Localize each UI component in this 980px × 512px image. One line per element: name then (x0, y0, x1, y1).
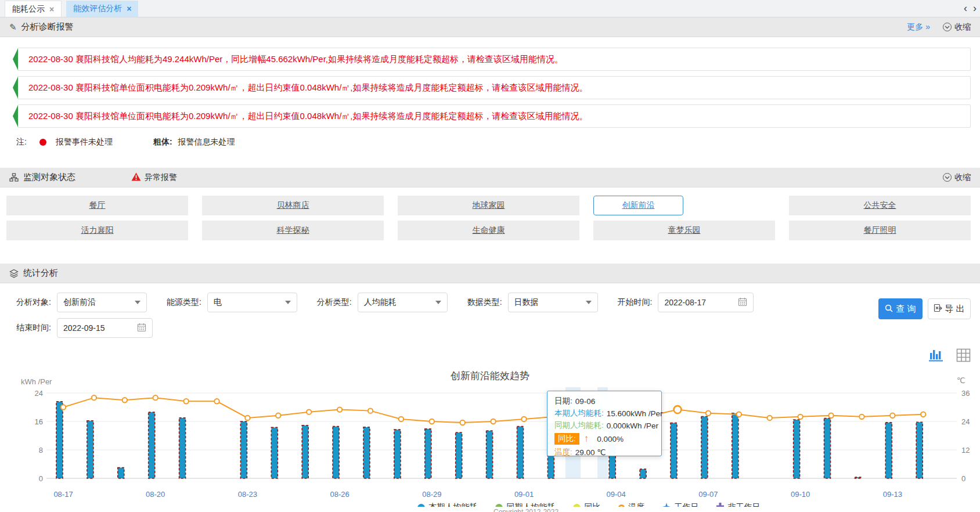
monitor-object-label: 科学探秘 (277, 225, 309, 236)
monitor-object-button[interactable]: 科学探秘 (202, 221, 384, 240)
temperature-point[interactable] (737, 412, 741, 417)
temperature-point[interactable] (859, 414, 864, 419)
bar-current-consumption[interactable] (916, 422, 923, 478)
y-axis-tick-right: 12 (961, 446, 970, 455)
bar-current-consumption[interactable] (487, 431, 493, 478)
chevron-right-icon[interactable]: › (973, 2, 977, 14)
bar-current-consumption[interactable] (794, 420, 800, 478)
more-link[interactable]: 更多 » (907, 22, 930, 33)
collapse-button[interactable]: 收缩 (943, 172, 971, 183)
monitor-object-button[interactable]: 创新前沿 (593, 196, 683, 215)
temperature-point[interactable] (92, 395, 96, 400)
filter-group: 分析类型:人均能耗 (317, 293, 448, 312)
bar-current-consumption[interactable] (671, 423, 677, 478)
temperature-point[interactable] (921, 412, 925, 417)
temperature-point[interactable] (521, 417, 526, 421)
bar-current-consumption[interactable] (149, 412, 155, 478)
monitor-object-button[interactable]: 生命健康 (398, 221, 579, 240)
bar-current-consumption[interactable] (240, 421, 247, 478)
green-flag-icon (13, 77, 18, 99)
temperature-point-hovered[interactable] (674, 406, 682, 413)
close-icon[interactable]: × (49, 5, 54, 14)
abnormal-alarm[interactable]: 异常报警 (131, 172, 177, 183)
temperature-point[interactable] (491, 419, 495, 424)
bar-current-consumption[interactable] (885, 423, 892, 478)
monitor-object-button[interactable]: 童梦乐园 (593, 221, 775, 240)
bar-current-consumption[interactable] (701, 416, 708, 478)
bar-current-consumption[interactable] (394, 430, 401, 478)
temperature-point[interactable] (368, 408, 373, 413)
filter-select[interactable]: 创新前沿 (57, 293, 147, 312)
chart-view-table-icon[interactable] (956, 348, 971, 364)
query-label: 查 询 (896, 304, 916, 315)
section-title: 分析诊断报警 (21, 21, 74, 33)
green-flag-icon (13, 48, 18, 70)
temperature-point[interactable] (430, 419, 434, 424)
bar-current-consumption[interactable] (333, 427, 339, 478)
monitor-object-label: 生命健康 (473, 225, 505, 236)
bar-current-consumption[interactable] (425, 429, 431, 478)
chevron-left-icon[interactable]: ‹ (964, 2, 967, 14)
bar-current-consumption[interactable] (732, 413, 738, 478)
tab-bar: 能耗公示 × 能效评估分析 × ‹ › (0, 0, 980, 17)
up-arrow-icon: ↑ (584, 433, 589, 445)
bar-current-consumption[interactable] (855, 477, 861, 478)
x-axis-tick: 08-20 (146, 490, 165, 499)
filter-date-input[interactable]: 2022-08-17 (658, 293, 754, 312)
bar-current-consumption[interactable] (271, 427, 278, 478)
temperature-point[interactable] (307, 409, 311, 414)
temperature-point[interactable] (214, 399, 219, 403)
temperature-point[interactable] (460, 420, 465, 425)
temperature-point[interactable] (828, 413, 833, 418)
monitor-object-button[interactable]: 地球家园 (398, 196, 579, 215)
temperature-point[interactable] (706, 411, 711, 416)
bar-current-consumption[interactable] (824, 418, 831, 478)
bar-current-consumption[interactable] (640, 469, 646, 478)
monitor-object-button[interactable]: 贝林商店 (202, 196, 384, 215)
calendar-icon (738, 297, 747, 308)
footer-left-fragment: — (2, 508, 9, 512)
filter-select[interactable]: 电 (207, 293, 297, 312)
temperature-point[interactable] (245, 416, 250, 420)
filter-select[interactable]: 日数据 (508, 293, 598, 312)
monitor-object-button[interactable]: 活力襄阳 (6, 221, 188, 240)
bar-current-consumption[interactable] (456, 432, 462, 478)
tab-efficiency-analysis[interactable]: 能效评估分析 × (66, 1, 138, 17)
temperature-point[interactable] (123, 398, 127, 402)
chevron-down-icon (586, 301, 592, 304)
tooltip-previous-label: 同期人均能耗: (554, 420, 604, 431)
red-dot-icon (39, 139, 46, 146)
alert-item: 2022-08-30 襄阳科技馆单位面积电能耗为0.209kWh/㎡，超出日约束… (17, 104, 971, 128)
temperature-point[interactable] (276, 413, 280, 418)
chart-view-bar-icon[interactable] (928, 348, 943, 364)
close-icon[interactable]: × (127, 4, 131, 13)
filter-select[interactable]: 人均能耗 (358, 293, 448, 312)
filter-date-input[interactable]: 2022-09-15 (57, 318, 153, 338)
tab-label: 能效评估分析 (73, 3, 122, 14)
bar-current-consumption[interactable] (363, 427, 370, 478)
bar-current-consumption[interactable] (179, 418, 186, 478)
monitor-object-button[interactable]: 餐厅 (6, 196, 188, 215)
chevron-down-icon (135, 301, 140, 304)
temperature-point[interactable] (399, 417, 403, 421)
temperature-point[interactable] (337, 407, 342, 412)
bar-current-consumption[interactable] (302, 426, 308, 478)
monitor-object-button[interactable]: 公共安全 (789, 196, 971, 215)
export-button[interactable]: 导 出 (928, 298, 971, 319)
query-button[interactable]: 查 询 (878, 298, 923, 319)
temperature-point[interactable] (61, 405, 66, 409)
tab-energy-publicity[interactable]: 能耗公示 × (5, 1, 62, 17)
temperature-point[interactable] (153, 395, 158, 400)
filter-value: 日数据 (514, 297, 586, 308)
temperature-point[interactable] (183, 399, 188, 403)
temperature-point[interactable] (890, 413, 895, 418)
temperature-point[interactable] (768, 416, 772, 420)
bar-current-consumption[interactable] (118, 468, 124, 478)
bar-current-consumption[interactable] (56, 402, 63, 478)
temperature-point[interactable] (798, 414, 802, 419)
monitor-object-button[interactable]: 餐厅照明 (789, 221, 971, 240)
filter-value: 2022-09-15 (63, 323, 137, 333)
bar-current-consumption[interactable] (87, 421, 93, 478)
collapse-button[interactable]: 收缩 (943, 22, 971, 33)
bar-current-consumption[interactable] (517, 427, 524, 478)
